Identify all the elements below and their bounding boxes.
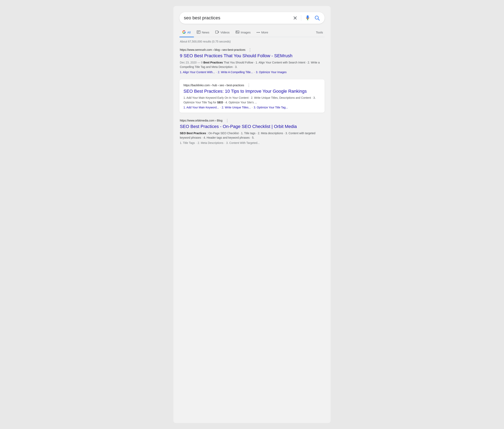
result-3-snippet: SEO Best Practices : On-Page SEO Checkli…	[180, 131, 324, 140]
tab-tools[interactable]: Tools	[314, 29, 324, 36]
tab-more[interactable]: More	[254, 29, 271, 36]
search-query[interactable]: seo best practices	[184, 15, 293, 21]
result-3-link-2[interactable]: 2. Meta Descriptions	[198, 141, 223, 144]
result-1-link-1[interactable]: 1. Align Your Content With...	[180, 70, 215, 74]
result-2-menu-icon[interactable]: ⋮	[247, 83, 251, 88]
search-tabs: All News Videos	[180, 28, 324, 37]
result-1-title[interactable]: 9 SEO Best Practices That You Should Fol…	[180, 53, 324, 59]
result-3-sep-2: ·	[224, 141, 225, 144]
google-multicolor-icon	[182, 30, 186, 35]
tab-images-label: Images	[241, 31, 251, 34]
result-1-url: https://www.semrush.com › blog › seo-bes…	[180, 48, 245, 51]
result-2-bold: SEO	[217, 101, 223, 104]
result-3-link-1[interactable]: 1. Title Tags	[180, 141, 195, 144]
result-1-menu-icon[interactable]: ⋮	[248, 48, 252, 52]
result-1-sep-2: ·	[254, 70, 255, 74]
svg-rect-8	[216, 31, 218, 34]
result-3-url: https://www.orbitmedia.com › Blog	[180, 119, 223, 122]
search-bar: seo best practices	[180, 12, 324, 24]
result-1-link-3[interactable]: 3. Optimize Your Images	[256, 70, 287, 74]
results-count: About 67,500,000 results (0.75 seconds)	[180, 40, 324, 43]
result-2-links: 1. Add Your Main Keyword... · 2. Write U…	[183, 106, 321, 109]
result-1-bold: Best Practices	[203, 61, 223, 64]
result-3-menu-icon[interactable]: ⋮	[225, 118, 229, 123]
result-1-link-2[interactable]: 2. Write A Compelling Title...	[218, 70, 253, 74]
search-submit-icon[interactable]	[314, 15, 320, 21]
icon-divider	[301, 15, 301, 21]
microphone-icon[interactable]	[305, 15, 310, 21]
search-result-2: https://backlinko.com › hub › seo › best…	[180, 79, 324, 113]
result-1-sep-1: ·	[216, 70, 217, 74]
page-container: seo best practices	[173, 6, 331, 423]
result-3-sep-1: ·	[196, 141, 197, 144]
result-3-links: 1. Title Tags · 2. Meta Descriptions · 3…	[180, 141, 324, 144]
result-2-url: https://backlinko.com › hub › seo › best…	[183, 84, 244, 87]
result-2-link-2[interactable]: 2. Write Unique Titles...	[222, 106, 251, 109]
svg-line-3	[318, 19, 319, 20]
more-dots-icon	[257, 32, 260, 33]
videos-icon	[215, 30, 219, 35]
clear-search-icon[interactable]	[293, 16, 297, 20]
result-3-bold: SEO Best Practices	[180, 131, 206, 135]
result-2-rest: · 4. Optimize Your Site's ...	[224, 101, 257, 104]
tab-news[interactable]: News	[194, 28, 213, 37]
result-3-link-3[interactable]: 3. Content With Targeted...	[226, 141, 260, 144]
result-1-date: Dec 23, 2020	[180, 61, 197, 64]
search-actions	[293, 15, 320, 21]
tools-label: Tools	[316, 31, 323, 34]
result-2-snippet: 1. Add Your Main Keyword Early On In You…	[183, 96, 321, 105]
search-result-1: https://www.semrush.com › blog › seo-bes…	[180, 48, 324, 74]
result-3-title[interactable]: SEO Best Practices - On-Page SEO Checkli…	[180, 123, 324, 130]
tab-videos[interactable]: Videos	[213, 28, 233, 37]
result-2-link-3[interactable]: 3. Optimize Your Title Tag...	[254, 106, 288, 109]
tab-videos-label: Videos	[220, 31, 230, 34]
tab-news-label: News	[202, 31, 209, 34]
result-2-title[interactable]: SEO Best Practices: 10 Tips to Improve Y…	[183, 88, 321, 95]
result-1-links: 1. Align Your Content With... · 2. Write…	[180, 70, 324, 74]
tab-all-label: All	[187, 31, 191, 34]
result-2-sep-1: ·	[220, 106, 221, 109]
news-icon	[197, 30, 200, 35]
svg-rect-10	[236, 31, 239, 34]
tab-more-label: More	[261, 31, 268, 34]
tab-all[interactable]: All	[180, 28, 194, 37]
result-2-sep-2: ·	[252, 106, 252, 109]
tab-images[interactable]: Images	[233, 28, 254, 37]
result-3-url-row: https://www.orbitmedia.com › Blog ⋮	[180, 118, 324, 123]
result-2-url-row: https://backlinko.com › hub › seo › best…	[183, 83, 321, 88]
images-icon	[236, 30, 239, 35]
search-result-3: https://www.orbitmedia.com › Blog ⋮ SEO …	[180, 118, 324, 144]
result-1-dash: — 9	[197, 61, 203, 64]
result-1-url-row: https://www.semrush.com › blog › seo-bes…	[180, 48, 324, 52]
result-1-snippet: Dec 23, 2020 — 9 Best Practices That You…	[180, 60, 324, 69]
result-2-link-1[interactable]: 1. Add Your Main Keyword...	[183, 106, 219, 109]
